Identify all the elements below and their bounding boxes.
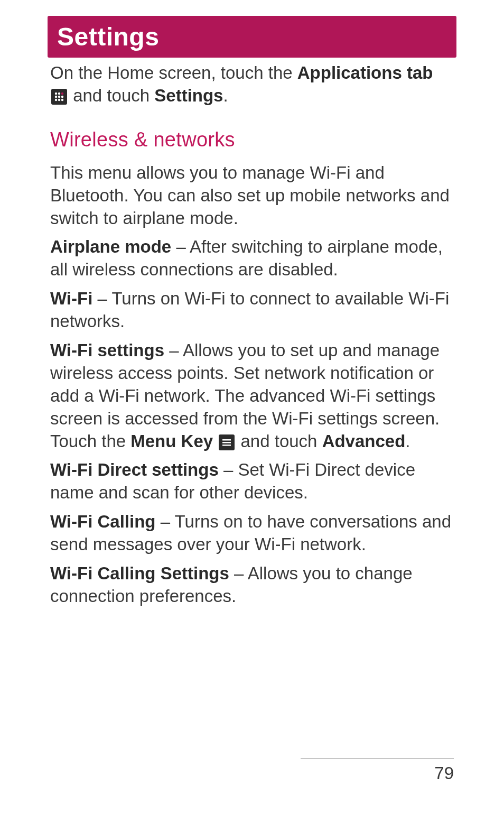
svg-point-7 [58,99,60,101]
wifi-direct-item: Wi-Fi Direct settings – Set Wi-Fi Direct… [50,459,454,504]
svg-point-3 [55,96,57,98]
svg-rect-10 [222,442,231,443]
svg-point-4 [58,96,60,98]
intro-text-1: On the Home screen, touch the [50,63,297,82]
wifi-label: Wi-Fi [50,289,92,308]
menu-key-label: Menu Key [130,431,213,451]
wifi-settings-desc-2: and touch [236,431,322,451]
svg-point-2 [61,93,63,95]
settings-label: Settings [154,86,223,105]
wifi-settings-desc-3: . [405,431,410,451]
airplane-mode-label: Airplane mode [50,237,171,256]
wifi-calling-settings-item: Wi-Fi Calling Settings – Allows you to c… [50,562,454,608]
page-number: 79 [301,763,454,783]
page-title: Settings [57,22,447,51]
svg-point-8 [61,99,63,101]
wifi-settings-label: Wi-Fi settings [50,340,164,360]
section-heading-wireless: Wireless & networks [50,128,454,151]
svg-rect-11 [222,445,231,446]
intro-paragraph: On the Home screen, touch the Applicatio… [50,62,454,107]
title-bar: Settings [48,16,456,58]
intro-text-2: and touch [68,86,154,105]
applications-tab-label: Applications tab [297,63,433,82]
intro-text-3: . [223,86,228,105]
airplane-mode-item: Airplane mode – After switching to airpl… [50,236,454,281]
page-number-divider [301,759,454,759]
page-number-area: 79 [301,759,454,783]
wifi-desc: – Turns on Wi-Fi to connect to available… [50,289,449,331]
wifi-direct-label: Wi-Fi Direct settings [50,460,219,479]
svg-point-5 [61,96,63,98]
wifi-item: Wi-Fi – Turns on Wi-Fi to connect to ava… [50,288,454,333]
advanced-label: Advanced [322,431,406,451]
menu-key-icon [219,434,235,450]
wifi-settings-item: Wi-Fi settings – Allows you to set up an… [50,339,454,452]
applications-tab-icon [51,89,67,105]
wifi-calling-label: Wi-Fi Calling [50,512,156,531]
wifi-calling-settings-label: Wi-Fi Calling Settings [50,563,229,583]
svg-point-6 [55,99,57,101]
wireless-description: This menu allows you to manage Wi-Fi and… [50,162,454,230]
wifi-calling-item: Wi-Fi Calling – Turns on to have convers… [50,511,454,556]
svg-point-1 [58,93,60,95]
svg-point-0 [55,93,57,95]
svg-rect-9 [222,439,231,441]
